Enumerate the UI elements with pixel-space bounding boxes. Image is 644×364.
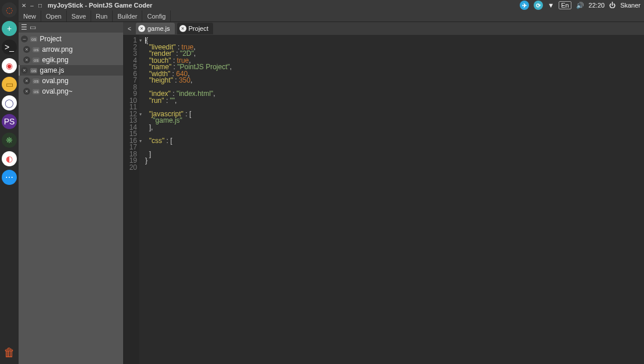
tree-item-egik-png[interactable]: ×osegik.png [19,55,123,65]
editor-area: <×game.js×Project 1▾23456789101112▾13141… [123,22,644,364]
tab-close-icon[interactable]: × [179,25,186,32]
line-gutter: 1▾23456789101112▾13141516▾17181920 [123,35,139,364]
code-line[interactable]: "run" : "", [145,98,644,105]
tree-item-arrow-png[interactable]: ×osarrow.png [19,44,123,55]
menu-run[interactable]: Run [91,10,113,22]
code-line[interactable]: "index" : "index.html", [145,91,644,98]
code-content[interactable]: { "liveedit" : true, "render" : "2D", "t… [139,35,644,364]
tab-close-icon[interactable]: × [138,25,145,32]
system-tray: ✈ ⟳ ▼ En 🔊 22:20 ⏻ Skaner [520,1,644,10]
code-line[interactable] [145,131,644,138]
sidebar-toolbar: ☰ ▭ [19,22,123,33]
code-line[interactable]: } [145,158,644,165]
menu-open[interactable]: Open [41,10,67,22]
app-window: ✕ – □ myJoyStick - PointJS Game Coder ✈ … [19,0,644,364]
code-line[interactable]: "height" : 350, [145,77,644,84]
code-line[interactable]: "css" : [ [145,138,644,145]
wifi-icon[interactable]: ▼ [548,2,554,9]
menu-builder[interactable]: Builder [113,10,142,22]
sync-icon[interactable]: ⟳ [534,1,543,10]
power-icon[interactable]: ⏻ [609,2,616,9]
code-line[interactable] [145,104,644,111]
tree-item-oval-png[interactable]: ×osoval.png [19,76,123,86]
user-name[interactable]: Skaner [620,2,641,9]
language-indicator[interactable]: En [559,1,571,9]
file-tree: –osProject×osarrow.png×osegik.png×osgame… [19,33,123,364]
code-line[interactable] [145,144,644,151]
window-maximize[interactable]: □ [36,2,44,9]
app-body: ☰ ▭ –osProject×osarrow.png×osegik.png×os… [19,22,644,364]
code-line[interactable] [145,165,644,172]
titlebar: ✕ – □ myJoyStick - PointJS Game Coder ✈ … [19,0,644,10]
launcher-screenshot[interactable]: ◉ [2,58,17,73]
code-line[interactable]: { [145,37,644,44]
code-line[interactable]: "width" : 640, [145,71,644,78]
launcher-more[interactable]: ⋯ [2,170,17,185]
tab-game-js[interactable]: ×game.js [136,23,175,34]
code-line[interactable] [145,84,644,91]
launcher-files[interactable]: ▭ [2,77,17,92]
tab-project[interactable]: ×Project [177,23,213,34]
sidebar-icon-2[interactable]: ▭ [30,23,36,31]
launcher-app1[interactable]: + [2,21,17,36]
code-line[interactable]: ] [145,151,644,158]
expand-icon[interactable]: – [21,35,28,42]
launcher-terminal[interactable]: >_ [2,40,17,55]
volume-icon[interactable]: 🔊 [576,2,584,9]
launcher-chrome[interactable]: ◯ [2,95,17,110]
code-line[interactable]: "render" : "2D", [145,51,644,58]
root: ◌+>_◉▭◯PS❋◐⋯🗑 ✕ – □ myJoyStick - PointJS… [0,0,644,364]
sidebar-icon-1[interactable]: ☰ [21,23,27,31]
clock[interactable]: 22:20 [589,2,605,9]
tabs-scroll-left[interactable]: < [125,26,134,32]
menu-new[interactable]: New [19,10,41,22]
close-icon[interactable]: × [23,88,30,95]
launcher-disk[interactable]: ◐ [2,151,17,166]
code-line[interactable]: "liveedit" : true, [145,44,644,51]
window-minimize[interactable]: – [28,2,36,9]
code-line[interactable]: "game.js" [145,117,644,124]
launcher-ubuntu[interactable]: ◌ [2,2,17,17]
close-icon[interactable]: × [23,46,30,53]
window-close[interactable]: ✕ [20,2,28,9]
launcher-dock: ◌+>_◉▭◯PS❋◐⋯🗑 [0,0,19,364]
gutter-line: 20 [123,165,137,172]
tree-root[interactable]: –osProject [19,34,123,44]
menu-save[interactable]: Save [67,10,91,22]
tab-strip: <×game.js×Project [123,22,644,35]
menu-config[interactable]: Config [142,10,171,22]
telegram-icon[interactable]: ✈ [520,1,529,10]
code-line[interactable]: "name" : "PointJS Project", [145,64,644,71]
code-line[interactable]: "javascript" : [ [145,111,644,118]
code-editor[interactable]: 1▾23456789101112▾13141516▾17181920 { "li… [123,35,644,364]
window-title: myJoyStick - PointJS Game Coder [48,2,152,9]
file-sidebar: ☰ ▭ –osProject×osarrow.png×osegik.png×os… [19,22,123,364]
close-icon[interactable]: × [23,77,30,84]
code-line[interactable]: ], [145,124,644,131]
launcher-atom[interactable]: ❋ [2,133,17,148]
tree-item-game-js[interactable]: ×osgame.js [19,65,123,76]
launcher-phpstorm[interactable]: PS [2,114,17,129]
tree-item-oval-png-[interactable]: ×osoval.png~ [19,86,123,97]
trash-icon[interactable]: 🗑 [3,346,15,359]
close-icon[interactable]: × [23,56,30,63]
close-icon[interactable]: × [21,67,28,74]
menubar: NewOpenSaveRunBuilderConfig [19,10,644,22]
